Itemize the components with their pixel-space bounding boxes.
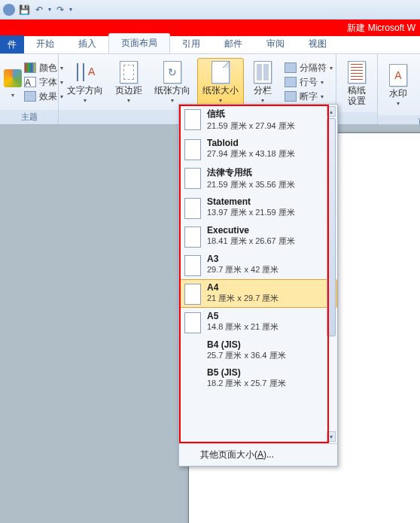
paper-name: Executive [207, 225, 295, 236]
scroll-track[interactable] [327, 118, 336, 430]
paper-name: 信纸 [207, 108, 295, 120]
paper-dim: 21.59 厘米 x 27.94 厘米 [207, 120, 295, 132]
hyphenation-button[interactable]: 断字▾ [285, 90, 333, 103]
page-thumb-icon [184, 255, 201, 276]
line-numbers-button[interactable]: 行号▾ [285, 76, 333, 89]
paper-name: Tabloid [207, 138, 295, 148]
paper-dim: 18.2 厘米 x 25.7 厘米 [207, 378, 286, 389]
tab-view[interactable]: 视图 [297, 35, 339, 53]
paper-dim: 21 厘米 x 29.7 厘米 [207, 293, 278, 304]
columns-button[interactable]: 分栏▾ [245, 58, 280, 106]
tab-file[interactable]: 件 [0, 35, 24, 53]
paper-name: B5 (JIS) [207, 367, 286, 378]
paper-size-button[interactable]: 纸张大小▾ [197, 58, 244, 106]
paper-size-option[interactable]: B5 (JIS)18.2 厘米 x 25.7 厘米 [180, 364, 337, 392]
tab-review[interactable]: 审阅 [254, 35, 297, 53]
paper-dim: 27.94 厘米 x 43.18 厘米 [207, 148, 295, 160]
window-title: 新建 Microsoft W [347, 22, 415, 35]
scroll-up-icon[interactable]: ▴ [327, 106, 336, 117]
paper-dim: 29.7 厘米 x 42 厘米 [207, 264, 278, 275]
paper-size-option[interactable]: A329.7 厘米 x 42 厘米 [180, 251, 337, 279]
group-page-background: A 水印▾ 页面颜色▾ 页 页面背景 [378, 54, 420, 124]
paper-size-dropdown: 信纸21.59 厘米 x 27.94 厘米Tabloid27.94 厘米 x 4… [178, 104, 338, 467]
theme-fonts[interactable]: A字体▾ [24, 76, 63, 89]
scroll-down-icon[interactable]: ▾ [327, 431, 336, 442]
page-thumb-icon [184, 284, 201, 305]
group-manuscript: 稿纸设置 [336, 54, 378, 124]
ribbon-tabs: 件 开始 插入 页面布局 引用 邮件 审阅 视图 [0, 36, 420, 54]
paper-size-option[interactable]: 法律专用纸21.59 厘米 x 35.56 厘米 [180, 163, 337, 193]
group-theme: ▾ 颜色▾ A字体▾ 效果▾ 主题 [0, 54, 59, 124]
tab-references[interactable]: 引用 [170, 35, 212, 53]
page-thumb-icon [184, 109, 201, 130]
theme-options: 颜色▾ A字体▾ 效果▾ [24, 62, 63, 103]
paper-size-list: 信纸21.59 厘米 x 27.94 厘米Tabloid27.94 厘米 x 4… [180, 105, 337, 443]
theme-colors[interactable]: 颜色▾ [24, 62, 63, 74]
orientation-button[interactable]: 纸张方向▾ [149, 58, 196, 106]
paper-size-option[interactable]: Statement13.97 厘米 x 21.59 厘米 [180, 193, 337, 222]
tab-insert[interactable]: 插入 [66, 35, 108, 53]
tab-mail[interactable]: 邮件 [212, 35, 254, 53]
page-thumb-icon [184, 312, 201, 333]
paper-size-option[interactable]: A514.8 厘米 x 21 厘米 [180, 308, 337, 336]
paper-size-option[interactable]: 信纸21.59 厘米 x 27.94 厘米 [180, 105, 337, 135]
qat-customize-icon[interactable]: ▾ [69, 6, 72, 13]
paper-name: Statement [207, 196, 295, 207]
tab-home[interactable]: 开始 [24, 35, 66, 53]
paper-size-option[interactable]: A421 厘米 x 29.7 厘米 [180, 279, 337, 308]
manuscript-button[interactable]: 稿纸设置 [339, 58, 374, 108]
paper-name: A3 [207, 254, 278, 264]
breaks-button[interactable]: 分隔符▾ [285, 62, 333, 74]
page-thumb-icon [184, 139, 201, 160]
paper-dim: 21.59 厘米 x 35.56 厘米 [207, 179, 295, 190]
undo-icon[interactable]: ↶ [33, 4, 45, 16]
paper-name: B4 (JIS) [207, 339, 286, 350]
tab-page-layout[interactable]: 页面布局 [108, 33, 170, 53]
margins-button[interactable]: 页边距▾ [110, 58, 148, 106]
paper-name: 法律专用纸 [207, 166, 295, 179]
theme-effects[interactable]: 效果▾ [24, 90, 63, 103]
themes-button[interactable]: ▾ [3, 64, 23, 101]
paper-size-option[interactable]: Tabloid27.94 厘米 x 43.18 厘米 [180, 135, 337, 163]
save-icon[interactable]: 💾 [18, 4, 30, 16]
paper-name: A5 [207, 311, 278, 321]
title-bar: 新建 Microsoft W [0, 20, 420, 36]
scroll-thumb[interactable] [327, 118, 336, 336]
paper-dim: 18.41 厘米 x 26.67 厘米 [207, 236, 295, 247]
redo-icon[interactable]: ↷ [54, 4, 66, 16]
page-color-button[interactable]: 页面颜色▾ [417, 56, 420, 114]
group-theme-label: 主题 [0, 110, 58, 124]
page-thumb-icon [184, 168, 201, 189]
paper-name: A4 [207, 282, 278, 293]
word-icon[interactable] [3, 4, 15, 16]
paper-size-option[interactable]: Executive18.41 厘米 x 26.67 厘米 [180, 222, 337, 251]
paper-size-option[interactable]: B4 (JIS)25.7 厘米 x 36.4 厘米 [180, 336, 337, 364]
paper-dim: 13.97 厘米 x 21.59 厘米 [207, 207, 295, 218]
paper-dim: 14.8 厘米 x 21 厘米 [207, 321, 278, 333]
text-direction-button[interactable]: A 文字方向▾ [62, 58, 108, 106]
page-thumb-icon [184, 227, 201, 248]
paper-dim: 25.7 厘米 x 36.4 厘米 [207, 350, 286, 361]
page-setup-small: 分隔符▾ 行号▾ 断字▾ [285, 62, 333, 103]
page-thumb-icon [184, 198, 201, 219]
more-paper-sizes[interactable]: 其他页面大小(A)... [179, 443, 337, 466]
dropdown-scrollbar[interactable]: ▴ ▾ [327, 106, 336, 442]
undo-arrow-icon[interactable]: ▾ [48, 6, 51, 13]
watermark-button[interactable]: A 水印▾ [381, 61, 415, 109]
quick-access-toolbar: 💾 ↶▾ ↷ ▾ [0, 0, 420, 20]
svg-text:A: A [88, 65, 96, 78]
